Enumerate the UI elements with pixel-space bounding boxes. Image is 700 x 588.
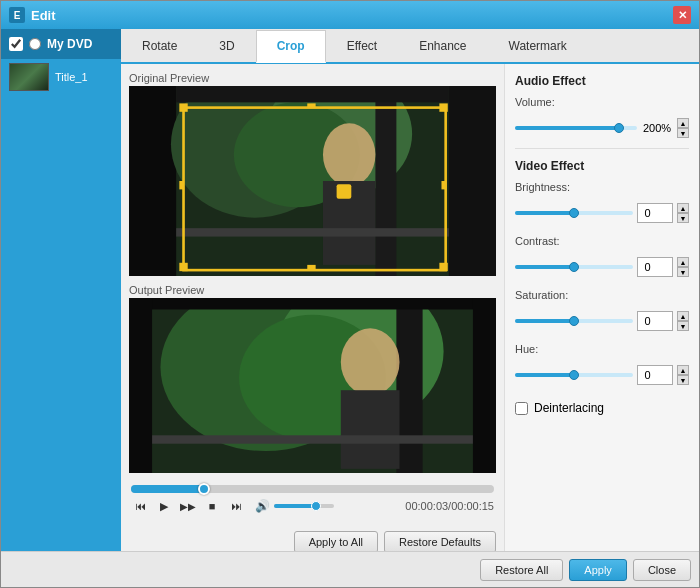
- output-label: Output Preview: [129, 284, 496, 296]
- hue-down[interactable]: ▼: [677, 375, 689, 385]
- hue-thumb[interactable]: [569, 370, 579, 380]
- saturation-slider[interactable]: [515, 314, 633, 328]
- fast-forward-button[interactable]: ▶▶: [179, 497, 197, 515]
- hue-row: Hue:: [515, 343, 689, 355]
- brightness-up[interactable]: ▲: [677, 203, 689, 213]
- svg-rect-19: [307, 265, 315, 269]
- svg-point-10: [323, 123, 375, 186]
- volume-down-arrow[interactable]: ▼: [677, 128, 689, 138]
- sidebar-item-title1[interactable]: Title_1: [1, 59, 121, 95]
- sidebar-header-label: My DVD: [47, 37, 92, 51]
- contrast-thumb[interactable]: [569, 262, 579, 272]
- apply-to-all-button[interactable]: Apply to All: [294, 531, 378, 551]
- volume-slider[interactable]: [274, 504, 334, 508]
- hue-label: Hue:: [515, 343, 580, 355]
- brightness-fill: [515, 211, 574, 215]
- hue-input[interactable]: [637, 365, 673, 385]
- volume-spinner: ▲ ▼: [677, 118, 689, 138]
- tab-enhance[interactable]: Enhance: [398, 30, 487, 63]
- svg-rect-34: [473, 298, 496, 473]
- restore-defaults-button[interactable]: Restore Defaults: [384, 531, 496, 551]
- original-preview-section: Original Preview: [129, 72, 496, 276]
- svg-rect-9: [176, 86, 449, 102]
- sidebar-item-label: Title_1: [55, 71, 88, 83]
- volume-value-group: 200% ▲ ▼: [643, 118, 689, 138]
- saturation-label: Saturation:: [515, 289, 580, 301]
- svg-point-30: [341, 328, 400, 395]
- volume-thumb[interactable]: [311, 501, 321, 511]
- brightness-slider[interactable]: [515, 206, 633, 220]
- close-button[interactable]: Close: [633, 559, 691, 581]
- brightness-input[interactable]: [637, 203, 673, 223]
- hue-slider-row: ▲ ▼: [515, 365, 689, 385]
- audio-section-title: Audio Effect: [515, 74, 689, 88]
- volume-row: Volume:: [515, 96, 689, 108]
- svg-rect-32: [150, 435, 475, 443]
- original-preview-box: [129, 86, 496, 276]
- restore-all-button[interactable]: Restore All: [480, 559, 563, 581]
- controls-bar: ⏮ ▶ ▶▶ ■ ⏭ 🔊: [129, 481, 496, 519]
- contrast-row: Contrast:: [515, 235, 689, 247]
- volume-icon: 🔊: [255, 499, 270, 513]
- close-window-button[interactable]: ✕: [673, 6, 691, 24]
- volume-label: Volume:: [515, 96, 580, 108]
- original-label: Original Preview: [129, 72, 496, 84]
- play-button[interactable]: ▶: [155, 497, 173, 515]
- seek-thumb[interactable]: [198, 483, 210, 495]
- stop-button[interactable]: ■: [203, 497, 221, 515]
- sidebar: My DVD Title_1: [1, 29, 121, 551]
- svg-rect-3: [129, 86, 176, 276]
- contrast-fill: [515, 265, 574, 269]
- contrast-spinner: ▲ ▼: [677, 257, 689, 277]
- sidebar-radio[interactable]: [29, 38, 41, 50]
- volume-up-arrow[interactable]: ▲: [677, 118, 689, 128]
- volume-fill: [274, 504, 316, 508]
- sidebar-checkbox[interactable]: [9, 37, 23, 51]
- sidebar-header: My DVD: [1, 29, 121, 59]
- hue-slider[interactable]: [515, 368, 633, 382]
- volume-slider-right[interactable]: [515, 126, 637, 130]
- svg-rect-28: [396, 298, 422, 473]
- hue-up[interactable]: ▲: [677, 365, 689, 375]
- deinterlacing-row: Deinterlacing: [515, 401, 689, 415]
- saturation-fill: [515, 319, 574, 323]
- skip-to-start-button[interactable]: ⏮: [131, 497, 149, 515]
- contrast-input[interactable]: [637, 257, 673, 277]
- contrast-slider[interactable]: [515, 260, 633, 274]
- saturation-spinner: ▲ ▼: [677, 311, 689, 331]
- saturation-up[interactable]: ▲: [677, 311, 689, 321]
- panels: Original Preview: [121, 64, 699, 551]
- tab-rotate[interactable]: Rotate: [121, 30, 198, 63]
- output-preview-box: [129, 298, 496, 473]
- saturation-input[interactable]: [637, 311, 673, 331]
- brightness-down[interactable]: ▼: [677, 213, 689, 223]
- contrast-track: [515, 265, 633, 269]
- volume-slider-row: 200% ▲ ▼: [515, 118, 689, 138]
- tab-watermark[interactable]: Watermark: [488, 30, 588, 63]
- svg-rect-29: [150, 298, 475, 309]
- saturation-down[interactable]: ▼: [677, 321, 689, 331]
- deinterlacing-label: Deinterlacing: [534, 401, 604, 415]
- tab-crop[interactable]: Crop: [256, 30, 326, 63]
- contrast-down[interactable]: ▼: [677, 267, 689, 277]
- skip-to-end-button[interactable]: ⏭: [227, 497, 245, 515]
- tab-3d[interactable]: 3D: [198, 30, 255, 63]
- contrast-label: Contrast:: [515, 235, 580, 247]
- brightness-thumb[interactable]: [569, 208, 579, 218]
- app-icon: E: [9, 7, 25, 23]
- saturation-track: [515, 319, 633, 323]
- main-area: Rotate 3D Crop Effect Enhance Watermark …: [121, 29, 699, 551]
- saturation-thumb[interactable]: [569, 316, 579, 326]
- bottom-action-buttons: Apply to All Restore Defaults: [129, 527, 496, 551]
- divider-1: [515, 148, 689, 149]
- volume-thumb-right[interactable]: [614, 123, 624, 133]
- svg-rect-31: [341, 390, 400, 469]
- deinterlacing-checkbox[interactable]: [515, 402, 528, 415]
- contrast-up[interactable]: ▲: [677, 257, 689, 267]
- output-video-content: [129, 298, 496, 473]
- apply-button[interactable]: Apply: [569, 559, 627, 581]
- playback-controls: ⏮ ▶ ▶▶ ■ ⏭ 🔊: [131, 497, 494, 515]
- svg-rect-18: [307, 103, 315, 107]
- tab-effect[interactable]: Effect: [326, 30, 398, 63]
- seek-bar[interactable]: [131, 485, 494, 493]
